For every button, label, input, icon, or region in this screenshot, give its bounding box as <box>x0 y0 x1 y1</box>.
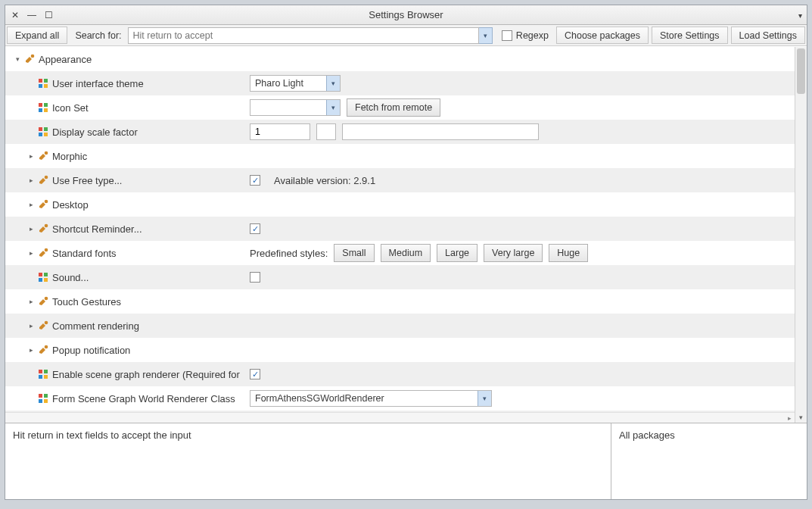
icon-set-dropdown[interactable]: ▾ <box>250 99 341 116</box>
collapse-icon[interactable]: ▾ <box>13 55 22 63</box>
setting-icon-set[interactable]: Icon Set <box>52 102 96 114</box>
setting-ui-theme[interactable]: User interface theme <box>52 78 151 89</box>
font-size-medium-button[interactable]: Medium <box>381 244 431 262</box>
grid-icon <box>37 368 49 380</box>
display-scale-aux2-input[interactable] <box>342 123 539 140</box>
expand-icon[interactable]: ▸ <box>26 201 36 208</box>
search-for-label: Search for: <box>69 25 127 45</box>
regexp-label: Regexp <box>516 30 549 41</box>
font-size-verylarge-button[interactable]: Very large <box>484 244 543 262</box>
svg-rect-21 <box>44 278 48 282</box>
setting-display-scale[interactable]: Display scale factor <box>52 126 145 138</box>
svg-rect-4 <box>44 84 48 88</box>
svg-rect-11 <box>39 133 42 136</box>
expand-icon[interactable]: ▸ <box>26 225 36 233</box>
sound-checkbox[interactable] <box>250 272 260 283</box>
svg-rect-26 <box>44 370 48 373</box>
search-input[interactable] <box>128 27 479 44</box>
section-appearance[interactable]: Appearance <box>39 54 99 65</box>
section-desktop[interactable]: Desktop <box>52 199 96 211</box>
section-comment-rendering[interactable]: Comment rendering <box>52 320 147 332</box>
search-dropdown-button[interactable]: ▾ <box>479 27 493 44</box>
window-menu-icon[interactable]: ▾ <box>798 11 802 20</box>
svg-point-22 <box>45 297 48 301</box>
section-morphic[interactable]: Morphic <box>52 151 95 162</box>
svg-point-0 <box>31 55 35 58</box>
chevron-down-icon[interactable]: ▾ <box>478 391 491 406</box>
load-settings-button[interactable]: Load Settings <box>731 27 805 44</box>
setting-shortcut-reminder[interactable]: Shortcut Reminder... <box>52 223 150 235</box>
section-touch-gestures[interactable]: Touch Gestures <box>52 296 129 308</box>
svg-point-14 <box>45 176 48 180</box>
setting-enable-scene-graph[interactable]: Enable scene graph renderer (Required fo… <box>52 369 241 380</box>
expand-icon[interactable]: ▸ <box>26 298 36 305</box>
chevron-down-icon[interactable]: ▾ <box>326 76 340 91</box>
section-popup-notification[interactable]: Popup notification <box>52 345 138 356</box>
svg-rect-18 <box>39 273 42 276</box>
setting-sg-renderer-class[interactable]: Form Scene Graph World Renderer Class <box>52 393 243 404</box>
svg-point-16 <box>45 224 48 228</box>
svg-rect-30 <box>44 394 48 398</box>
setting-sound[interactable]: Sound... <box>52 272 96 283</box>
store-settings-button[interactable]: Store Settings <box>652 27 728 44</box>
svg-rect-31 <box>39 399 42 403</box>
svg-rect-3 <box>39 84 42 88</box>
wrench-icon <box>37 198 49 211</box>
svg-rect-7 <box>39 108 42 112</box>
display-scale-aux1-input[interactable] <box>316 123 336 140</box>
settings-browser-window: ✕ — ☐ Settings Browser ▾ Expand all Sear… <box>5 5 807 500</box>
svg-rect-28 <box>44 375 48 379</box>
ui-theme-value: Pharo Light <box>250 78 326 89</box>
choose-packages-button[interactable]: Choose packages <box>556 27 649 44</box>
scroll-down-icon[interactable]: ▾ <box>795 412 807 423</box>
wrench-icon <box>37 223 49 235</box>
expand-icon[interactable]: ▸ <box>26 322 36 329</box>
grid-icon <box>37 77 49 89</box>
display-scale-input[interactable] <box>250 123 310 140</box>
predefined-styles-label: Predefined styles: <box>250 248 328 259</box>
font-size-small-button[interactable]: Small <box>334 244 374 262</box>
wrench-icon <box>23 53 36 65</box>
chevron-down-icon[interactable]: ▾ <box>326 100 340 115</box>
svg-point-13 <box>45 151 48 155</box>
maximize-icon[interactable]: ☐ <box>43 10 54 20</box>
grid-icon <box>37 271 49 283</box>
hint-pane: Hit return in text fields to accept the … <box>5 423 611 499</box>
setting-standard-fonts[interactable]: Standard fonts <box>52 248 124 259</box>
expand-icon[interactable]: ▸ <box>26 249 36 257</box>
expand-icon[interactable]: ▸ <box>26 346 36 354</box>
expand-icon[interactable]: ▸ <box>26 176 36 184</box>
svg-rect-32 <box>44 399 48 403</box>
sg-renderer-class-value: FormAthensSGWorldRenderer <box>250 393 478 404</box>
svg-rect-10 <box>44 127 48 131</box>
shortcut-reminder-checkbox[interactable] <box>250 223 260 234</box>
ui-theme-dropdown[interactable]: Pharo Light ▾ <box>250 75 341 92</box>
minimize-icon[interactable]: — <box>26 10 37 20</box>
svg-point-17 <box>45 248 48 252</box>
expand-all-button[interactable]: Expand all <box>7 27 67 44</box>
settings-tree: ▾ Appearance User interface theme P <box>5 47 807 423</box>
expand-icon[interactable]: ▸ <box>26 152 36 160</box>
enable-scene-graph-checkbox[interactable] <box>250 369 260 379</box>
font-size-large-button[interactable]: Large <box>437 244 478 262</box>
font-size-huge-button[interactable]: Huge <box>549 244 588 262</box>
svg-rect-2 <box>44 79 48 83</box>
close-icon[interactable]: ✕ <box>10 10 20 20</box>
svg-rect-6 <box>44 103 48 107</box>
grid-icon <box>37 126 49 138</box>
horizontal-scrollbar[interactable]: ▸ <box>5 412 795 423</box>
wrench-icon <box>37 295 49 308</box>
use-freetype-checkbox[interactable] <box>250 175 260 186</box>
wrench-icon <box>37 247 49 259</box>
regexp-checkbox[interactable] <box>502 30 512 41</box>
vertical-scrollbar[interactable]: ▴ ▾ <box>795 47 807 423</box>
wrench-icon <box>37 174 49 186</box>
wrench-icon <box>37 150 49 162</box>
hint-text: Hit return in text fields to accept the … <box>13 429 191 441</box>
sg-renderer-class-dropdown[interactable]: FormAthensSGWorldRenderer ▾ <box>250 390 492 407</box>
packages-pane: All packages <box>611 423 807 499</box>
fetch-from-remote-button[interactable]: Fetch from remote <box>347 98 440 117</box>
scroll-thumb[interactable] <box>797 48 805 94</box>
wrench-icon <box>37 320 49 332</box>
setting-use-freetype[interactable]: Use Free type... <box>52 175 129 186</box>
